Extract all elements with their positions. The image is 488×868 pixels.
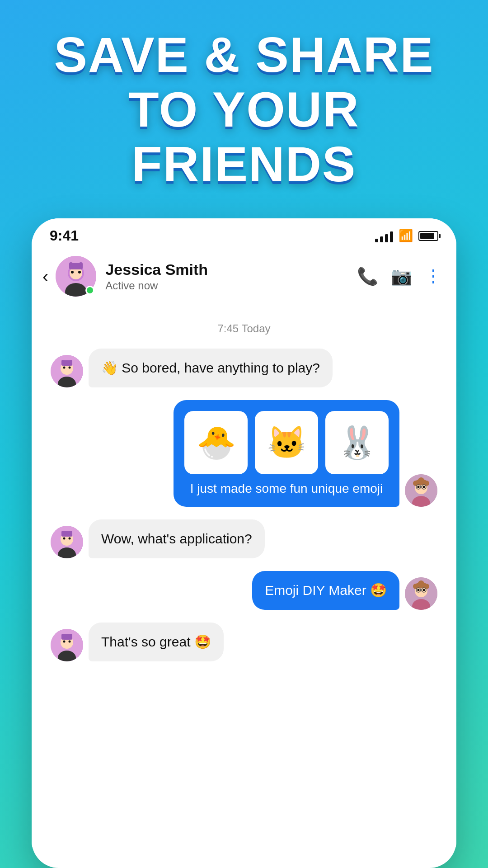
svg-rect-54 [70,634,72,640]
svg-point-24 [418,477,424,484]
hero-title: SAVE & SHARE TO YOUR FRIENDS [0,27,488,191]
emoji-card-2: 🐱 [255,411,318,474]
signal-icon [375,230,393,242]
status-bar: 9:41 📶 [32,218,456,249]
emoji-caption: I just made some fun unique emoji [184,481,389,496]
online-indicator [85,286,94,295]
svg-point-40 [423,589,425,591]
svg-point-5 [71,271,74,274]
svg-point-50 [63,641,66,643]
contact-status: Active now [105,279,357,292]
emoji-message-row: 🐣 🐱 🐰 I just made some fun unique emoji [45,400,443,507]
hero-line2: TO YOUR FRIENDS [18,82,470,191]
contact-info: Jessica Smith Active now [105,261,357,292]
message-text: 👋 So bored, have anything to play? [101,360,320,375]
svg-point-51 [69,641,71,643]
svg-point-22 [413,481,418,486]
emoji-group-bubble: 🐣 🐱 🐰 I just made some fun unique emoji [174,400,399,507]
svg-rect-8 [79,262,83,269]
svg-point-13 [69,367,71,369]
svg-rect-16 [70,360,72,366]
sender-avatar [51,629,83,661]
message-row: Wow, what's application? [45,519,443,558]
svg-rect-35 [70,531,72,537]
sender-avatar-right [405,474,437,507]
message-text: Wow, what's application? [101,531,252,546]
header-actions: 📞 📷 ⋮ [357,266,442,286]
svg-rect-7 [69,262,73,269]
svg-point-21 [423,486,425,488]
more-options-button[interactable]: ⋮ [425,266,442,286]
contact-avatar-wrapper [56,256,96,297]
emoji-card-3: 🐰 [325,411,389,474]
phone-frame: 9:41 📶 ‹ [32,218,456,868]
svg-point-23 [424,481,429,486]
svg-point-32 [69,538,71,540]
message-text: Emoji DIY Maker 🤩 [265,583,387,598]
sender-avatar [51,526,83,558]
sender-avatar-right [405,577,437,610]
status-icons: 📶 [375,229,438,243]
status-time: 9:41 [50,227,79,244]
svg-point-31 [63,538,66,540]
message-bubble: 👋 So bored, have anything to play? [89,349,333,387]
hero-line1: SAVE & SHARE [18,27,470,82]
contact-name: Jessica Smith [105,261,357,278]
video-call-button[interactable]: 📷 [391,266,412,286]
svg-rect-53 [61,634,64,640]
message-row: That's so great 🤩 [45,623,443,661]
svg-point-12 [63,367,66,369]
message-bubble: Wow, what's application? [89,519,265,558]
svg-point-39 [418,589,420,591]
sender-avatar [51,355,83,387]
svg-point-6 [78,271,81,274]
message-row: 👋 So bored, have anything to play? [45,349,443,387]
svg-point-42 [424,584,429,589]
chat-body: 7:45 Today 👋 So bored, have anything to … [32,304,456,847]
svg-rect-34 [61,531,64,537]
emoji-card-1: 🐣 [184,411,248,474]
emoji-grid: 🐣 🐱 🐰 [184,411,389,474]
svg-point-41 [413,584,418,589]
back-button[interactable]: ‹ [42,266,48,287]
svg-rect-15 [61,360,64,366]
call-button[interactable]: 📞 [357,266,378,286]
message-text: That's so great 🤩 [101,634,211,649]
message-bubble: Emoji DIY Maker 🤩 [252,571,399,610]
svg-point-20 [418,486,420,488]
chat-timestamp: 7:45 Today [45,322,443,335]
wifi-icon: 📶 [399,229,413,243]
message-bubble: That's so great 🤩 [89,623,224,661]
svg-point-43 [418,580,424,587]
battery-icon [418,231,438,241]
message-row: Emoji DIY Maker 🤩 [45,571,443,610]
chat-header: ‹ Jessica Smith Active now [32,249,456,304]
